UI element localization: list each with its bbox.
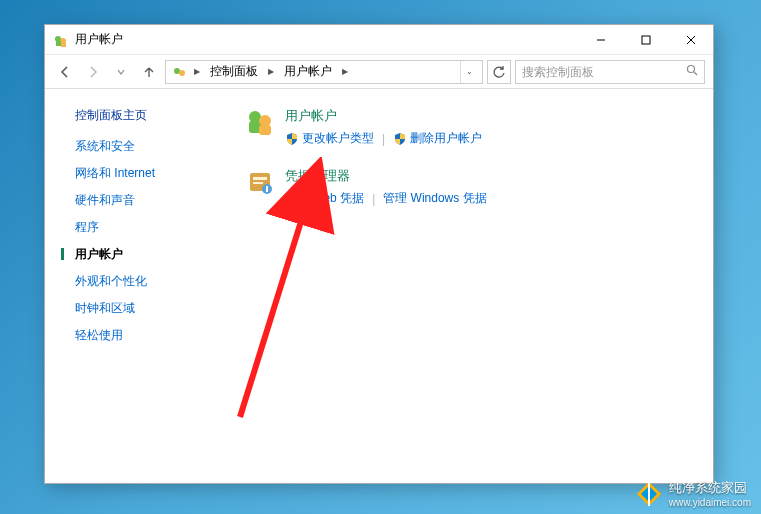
svg-point-9 xyxy=(179,70,185,76)
credential-manager-icon xyxy=(245,167,275,197)
category: 用户帐户更改帐户类型|删除用户帐户 xyxy=(245,107,693,147)
sidebar-item[interactable]: 外观和个性化 xyxy=(75,273,235,290)
window-title: 用户帐户 xyxy=(75,31,123,48)
category-link[interactable]: 更改帐户类型 xyxy=(285,130,374,147)
main-panel: 用户帐户更改帐户类型|删除用户帐户凭据管理器管理 Web 凭据|管理 Windo… xyxy=(235,89,713,483)
refresh-button[interactable] xyxy=(487,60,511,84)
back-button[interactable] xyxy=(53,60,77,84)
svg-rect-3 xyxy=(61,43,66,47)
category-link[interactable]: 删除用户帐户 xyxy=(393,130,482,147)
shield-icon xyxy=(393,132,407,146)
recent-dropdown[interactable] xyxy=(109,60,133,84)
sidebar-item[interactable]: 程序 xyxy=(75,219,235,236)
maximize-button[interactable] xyxy=(623,25,668,54)
link-label: 管理 Web 凭据 xyxy=(285,190,364,207)
close-button[interactable] xyxy=(668,25,713,54)
link-label: 更改帐户类型 xyxy=(302,130,374,147)
sidebar-item[interactable]: 轻松使用 xyxy=(75,327,235,344)
breadcrumb-icon xyxy=(172,64,188,80)
svg-rect-20 xyxy=(266,186,268,192)
navigation-bar: ▶ 控制面板 ▶ 用户帐户 ▶ ⌄ xyxy=(45,55,713,89)
sidebar-item[interactable]: 系统和安全 xyxy=(75,138,235,155)
watermark: 纯净系统家园 www.yidaimei.com xyxy=(635,479,751,508)
sidebar: 控制面板主页 系统和安全网络和 Internet硬件和声音程序用户帐户外观和个性… xyxy=(45,89,235,483)
up-button[interactable] xyxy=(137,60,161,84)
category-title[interactable]: 凭据管理器 xyxy=(285,167,693,185)
user-accounts-icon xyxy=(245,107,275,137)
divider: | xyxy=(372,192,375,206)
link-label: 管理 Windows 凭据 xyxy=(383,190,486,207)
category-link[interactable]: 管理 Windows 凭据 xyxy=(383,190,486,207)
shield-icon xyxy=(285,132,299,146)
forward-button[interactable] xyxy=(81,60,105,84)
svg-line-11 xyxy=(694,72,697,75)
watermark-url: www.yidaimei.com xyxy=(669,497,751,508)
sidebar-title[interactable]: 控制面板主页 xyxy=(75,107,235,124)
search-input[interactable] xyxy=(522,65,686,79)
sidebar-item[interactable]: 时钟和区域 xyxy=(75,300,235,317)
chevron-right-icon: ▶ xyxy=(192,67,202,76)
titlebar: 用户帐户 xyxy=(45,25,713,55)
control-panel-window: 用户帐户 xyxy=(44,24,714,484)
sidebar-item[interactable]: 用户帐户 xyxy=(75,246,235,263)
svg-rect-15 xyxy=(259,125,271,135)
chevron-right-icon: ▶ xyxy=(266,67,276,76)
link-label: 删除用户帐户 xyxy=(410,130,482,147)
category-title[interactable]: 用户帐户 xyxy=(285,107,693,125)
minimize-button[interactable] xyxy=(578,25,623,54)
watermark-title: 纯净系统家园 xyxy=(669,479,751,497)
breadcrumb-segment[interactable]: 控制面板 xyxy=(204,61,264,83)
svg-rect-18 xyxy=(253,182,263,184)
watermark-icon xyxy=(635,480,663,508)
svg-rect-17 xyxy=(253,177,267,180)
search-icon xyxy=(686,64,698,79)
svg-point-10 xyxy=(688,66,695,73)
svg-rect-2 xyxy=(56,41,61,46)
sidebar-item[interactable]: 硬件和声音 xyxy=(75,192,235,209)
chevron-right-icon: ▶ xyxy=(340,67,350,76)
category-link[interactable]: 管理 Web 凭据 xyxy=(285,190,364,207)
divider: | xyxy=(382,132,385,146)
breadcrumb-dropdown[interactable]: ⌄ xyxy=(460,61,478,83)
window-icon xyxy=(53,32,69,48)
breadcrumb-segment[interactable]: 用户帐户 xyxy=(278,61,338,83)
category: 凭据管理器管理 Web 凭据|管理 Windows 凭据 xyxy=(245,167,693,207)
sidebar-item[interactable]: 网络和 Internet xyxy=(75,165,235,182)
content-area: 控制面板主页 系统和安全网络和 Internet硬件和声音程序用户帐户外观和个性… xyxy=(45,89,713,483)
search-box[interactable] xyxy=(515,60,705,84)
svg-rect-5 xyxy=(642,36,650,44)
breadcrumb-bar[interactable]: ▶ 控制面板 ▶ 用户帐户 ▶ ⌄ xyxy=(165,60,483,84)
